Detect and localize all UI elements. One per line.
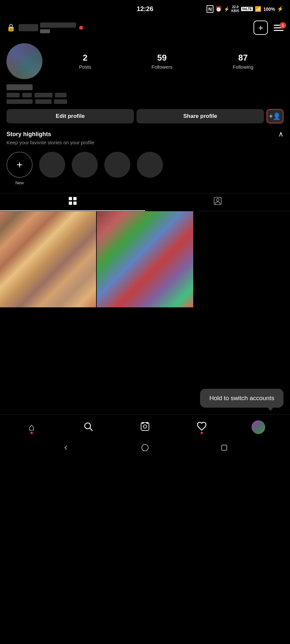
following-label: Following — [233, 64, 253, 70]
post-item-3 — [194, 211, 290, 307]
heart-icon — [197, 422, 207, 433]
followers-count: 59 — [157, 53, 167, 63]
bio-word-3 — [35, 93, 52, 97]
action-buttons: Edit profile Share profile +👤 — [0, 109, 290, 130]
reels-icon — [140, 422, 150, 433]
battery-icon: ⚡ — [277, 6, 283, 12]
edit-profile-button[interactable]: Edit profile — [7, 109, 134, 123]
highlights-header: Story highlights ∧ — [7, 130, 283, 138]
activity-notification-dot — [201, 432, 203, 434]
system-home-icon — [141, 444, 149, 453]
back-button[interactable] — [62, 444, 70, 453]
highlights-circles: + New — [7, 152, 283, 193]
highlight-item-1[interactable] — [39, 152, 65, 185]
tag-person-icon — [213, 196, 222, 208]
grid-tab[interactable] — [0, 193, 145, 211]
back-icon — [62, 444, 70, 453]
svg-line-7 — [90, 428, 93, 431]
svg-point-6 — [85, 423, 91, 429]
bio-word-4 — [55, 93, 66, 97]
svg-rect-1 — [73, 197, 77, 200]
profile-stats-row: 2 Posts 59 Followers 87 Following — [7, 43, 283, 79]
highlights-subtitle: Keep your favorite stories on your profi… — [7, 140, 283, 145]
data-speed: 22.0KB/S — [231, 5, 239, 13]
menu-button[interactable]: 1 — [274, 25, 283, 31]
svg-point-9 — [143, 425, 147, 428]
activity-nav-item[interactable] — [192, 419, 211, 435]
highlight-item-2[interactable] — [72, 152, 98, 185]
bio-word-5 — [7, 99, 33, 104]
story-highlights: Story highlights ∧ Keep your favorite st… — [0, 130, 290, 193]
highlight-circle-3[interactable] — [104, 152, 130, 178]
tooltip-container: Hold to switch accounts — [0, 389, 290, 414]
signal-icon: 📶 — [255, 6, 261, 12]
posts-grid — [0, 211, 290, 307]
followers-label: Followers — [152, 64, 172, 70]
alarm-icon: ⏰ — [215, 6, 222, 12]
svg-point-12 — [142, 444, 148, 451]
top-nav: 🔒 + 1 — [0, 18, 290, 40]
posts-count: 2 — [83, 53, 87, 63]
posts-stat[interactable]: 2 Posts — [79, 53, 91, 70]
bio-line-2 — [7, 99, 283, 104]
home-nav-item[interactable]: ⌂ — [22, 419, 41, 435]
post-item-2[interactable] — [97, 211, 193, 307]
username-text — [40, 22, 76, 28]
tooltip-text: Hold to switch accounts — [209, 395, 274, 401]
highlight-item-3[interactable] — [104, 152, 130, 185]
share-profile-button[interactable]: Share profile — [137, 109, 264, 123]
bio-word-7 — [54, 99, 67, 104]
avatar[interactable] — [7, 43, 42, 79]
nfc-icon: N — [207, 5, 213, 13]
bluetooth-icon: ⚡ — [224, 7, 229, 12]
highlights-title: Story highlights — [7, 131, 51, 138]
tagged-tab[interactable] — [145, 193, 290, 211]
system-home-button[interactable] — [141, 444, 149, 453]
search-icon — [83, 422, 93, 433]
post-item-1[interactable] — [0, 211, 96, 307]
profile-nav-item[interactable] — [249, 419, 268, 435]
menu-badge: 1 — [280, 22, 286, 29]
volte-icon: VoLTE — [241, 7, 253, 11]
svg-point-5 — [216, 199, 219, 201]
new-highlight-item[interactable]: + New — [7, 152, 33, 185]
stats-container: 2 Posts 59 Followers 87 Following — [49, 53, 283, 70]
nav-left: 🔒 — [7, 22, 83, 33]
following-count: 87 — [238, 53, 248, 63]
new-highlight-circle[interactable]: + — [7, 152, 33, 178]
status-bar: 12:26 N ⏰ ⚡ 22.0KB/S VoLTE 📶 100% ⚡ — [0, 0, 290, 18]
profile-section: 2 Posts 59 Followers 87 Following — [0, 40, 290, 79]
svg-rect-3 — [73, 202, 77, 205]
empty-space — [0, 307, 290, 389]
add-post-button[interactable]: + — [254, 21, 268, 35]
post-image-1 — [0, 211, 96, 307]
add-person-button[interactable]: +👤 — [267, 109, 283, 123]
reels-nav-item[interactable] — [135, 419, 155, 435]
home-icon: ⌂ — [29, 422, 35, 433]
highlight-circle-4[interactable] — [137, 152, 163, 178]
bio-line-1 — [7, 93, 283, 97]
recents-icon — [220, 444, 228, 453]
highlight-item-4[interactable] — [137, 152, 163, 185]
following-stat[interactable]: 87 Following — [233, 53, 253, 70]
content-tabs — [0, 193, 290, 211]
highlights-chevron[interactable]: ∧ — [278, 130, 283, 138]
bio-area — [0, 84, 290, 109]
username-placeholder — [19, 24, 38, 31]
followers-stat[interactable]: 59 Followers — [152, 53, 172, 70]
recents-button[interactable] — [220, 444, 228, 453]
nav-right: + 1 — [254, 21, 283, 35]
highlight-circle-2[interactable] — [72, 152, 98, 178]
profile-avatar-thumb — [252, 420, 265, 434]
lock-icon: 🔒 — [7, 23, 15, 32]
highlight-circle-1[interactable] — [39, 152, 65, 178]
notification-dot — [79, 26, 83, 30]
grid-icon — [68, 196, 77, 208]
new-highlight-plus-icon: + — [17, 159, 23, 171]
avatar-image — [7, 43, 42, 79]
bottom-nav: ⌂ — [0, 414, 290, 439]
battery-percent: 100% — [263, 7, 275, 12]
bio-word-1 — [7, 93, 20, 97]
post-image-2 — [97, 211, 193, 307]
search-nav-item[interactable] — [79, 419, 98, 435]
